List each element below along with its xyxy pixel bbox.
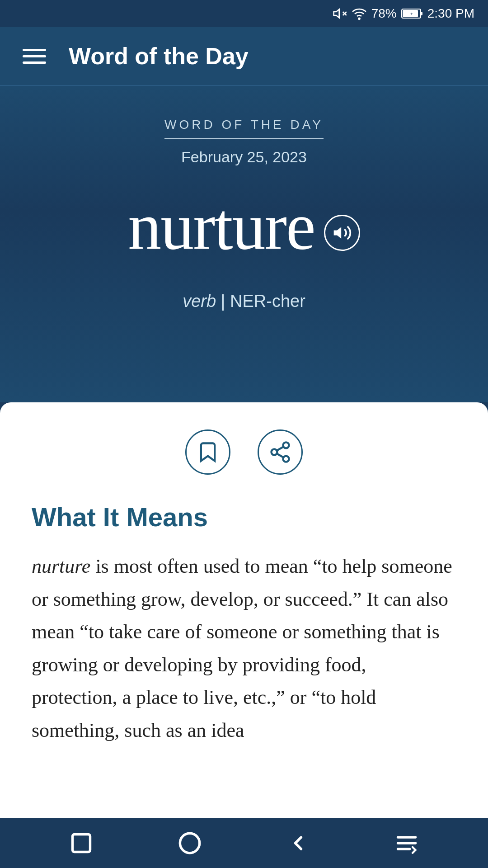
- section-title: What It Means: [32, 502, 456, 532]
- status-bar: 78% + 2:30 PM: [0, 0, 488, 27]
- svg-rect-6: [421, 12, 422, 15]
- triangle-nav-icon: [286, 831, 310, 855]
- battery-icon: +: [401, 7, 423, 20]
- svg-rect-14: [73, 835, 90, 852]
- app-bar: Word of the Day: [0, 27, 488, 86]
- home-nav-button[interactable]: [174, 827, 206, 859]
- svg-point-11: [283, 456, 289, 462]
- pronunciation-separator: |: [221, 292, 230, 311]
- bookmark-button[interactable]: [185, 429, 230, 475]
- svg-point-10: [272, 449, 277, 455]
- recents-nav-button[interactable]: [66, 827, 97, 859]
- svg-line-13: [277, 447, 284, 451]
- mute-icon: [333, 6, 347, 21]
- definition-body: is most often used to mean “to help some…: [32, 555, 452, 741]
- svg-text:+: +: [410, 11, 413, 16]
- square-nav-icon: [70, 831, 93, 855]
- definition-text: nurture is most often used to mean “to h…: [32, 550, 456, 747]
- part-of-speech: verb: [183, 292, 216, 311]
- svg-point-9: [283, 442, 289, 448]
- word-italic: nurture: [32, 555, 90, 577]
- wifi-icon: [352, 6, 367, 21]
- speaker-button[interactable]: [324, 215, 360, 251]
- status-icons: 78% + 2:30 PM: [333, 6, 474, 21]
- menu-line-1: [23, 49, 46, 51]
- battery-percent: 78%: [371, 6, 397, 21]
- back-nav-button[interactable]: [282, 827, 314, 859]
- lines-nav-icon: [395, 831, 418, 855]
- pronunciation-text: NER-cher: [230, 292, 305, 311]
- share-button[interactable]: [258, 429, 303, 475]
- bottom-nav: [0, 818, 488, 868]
- svg-marker-8: [333, 227, 341, 239]
- svg-point-3: [358, 18, 360, 19]
- svg-point-15: [180, 833, 199, 853]
- time-display: 2:30 PM: [427, 6, 474, 21]
- svg-marker-0: [333, 9, 339, 18]
- wotd-date: February 25, 2023: [181, 148, 307, 166]
- hero-section: WORD OF THE DAY February 25, 2023 nurtur…: [0, 86, 488, 402]
- menu-line-2: [23, 55, 46, 57]
- wotd-label: WORD OF THE DAY: [164, 118, 324, 139]
- main-word: nurture: [128, 193, 314, 260]
- card-icons-row: [32, 429, 456, 475]
- menu-line-3: [23, 61, 46, 64]
- word-container: nurture: [128, 193, 360, 260]
- svg-line-12: [277, 453, 284, 458]
- bookmark-svg-icon: [196, 440, 220, 464]
- circle-nav-icon: [178, 831, 202, 855]
- app-bar-title: Word of the Day: [69, 42, 249, 70]
- speaker-svg-icon: [332, 223, 352, 243]
- overflow-nav-button[interactable]: [391, 827, 422, 859]
- menu-button[interactable]: [23, 49, 46, 64]
- share-svg-icon: [268, 440, 292, 464]
- pronunciation: verb | NER-cher: [183, 292, 305, 311]
- content-card: What It Means nurture is most often used…: [0, 402, 488, 868]
